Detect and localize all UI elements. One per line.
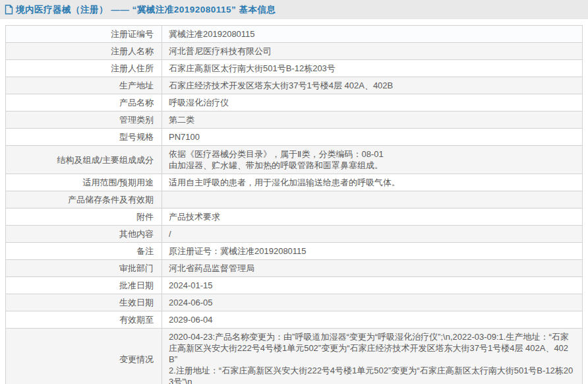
row-label-text: 注册人住所 bbox=[111, 63, 154, 73]
table-row: 注册人名称河北普尼医疗科技有限公司 bbox=[6, 43, 583, 60]
row-value: 2029-06-04 bbox=[162, 311, 583, 329]
row-label-text: 产品名称 bbox=[119, 98, 154, 108]
row-value: 石家庄高新区太行南大街501号B-12栋203号 bbox=[162, 60, 583, 77]
row-label-text: 生产地址 bbox=[119, 80, 154, 90]
row-label-text: 其他内容 bbox=[119, 229, 154, 239]
row-label: 管理类别 bbox=[6, 112, 162, 129]
row-label-text: 审批部门 bbox=[119, 263, 154, 273]
table-row: 结构及组成/主要组成成分依据《医疗器械分类目录》，属于Ⅱ类，分类编码：08-01… bbox=[6, 146, 583, 174]
header-band: 境内医疗器械（注册） —— “冀械注准20192080115” 基本信息 bbox=[0, 0, 588, 19]
row-value bbox=[162, 191, 583, 208]
row-label-text: 注册人名称 bbox=[111, 46, 154, 56]
row-value: 呼吸湿化治疗仪 bbox=[162, 94, 583, 112]
row-label: 其他内容 bbox=[6, 226, 162, 243]
table-row: 适用范围/预期用途适用自主呼吸的患者，用于湿化加温输送给患者的呼吸气体。 bbox=[6, 174, 583, 191]
table-row: 生效日期2024-06-05 bbox=[6, 294, 583, 311]
row-label: 产品储存条件及有效期 bbox=[6, 191, 162, 208]
table-row: 有效期至2029-06-04 bbox=[6, 311, 583, 329]
row-label-text: 变更情况 bbox=[119, 354, 154, 364]
row-label-text: 备注 bbox=[136, 246, 154, 256]
row-label-text: 附件 bbox=[136, 212, 154, 222]
table-row: 注册证编号冀械注准20192080115 bbox=[6, 26, 583, 43]
row-label: 产品名称 bbox=[6, 94, 162, 112]
row-label-text: 管理类别 bbox=[119, 115, 154, 125]
row-value: 依据《医疗器械分类目录》，属于Ⅱ类，分类编码：08-01 由加湿器、贮水罐、带加… bbox=[162, 146, 583, 174]
table-row: 管理类别第二类 bbox=[6, 112, 583, 129]
row-label-text: 批准日期 bbox=[119, 280, 154, 290]
document-icon bbox=[5, 5, 13, 15]
table-row: 附件产品技术要求 bbox=[6, 208, 583, 226]
row-label-text: 产品储存条件及有效期 bbox=[68, 195, 154, 205]
table-row: 生产地址石家庄经济技术开发区塔东大街37号1号楼4层 402A、402B bbox=[6, 77, 583, 94]
table-row: 审批部门河北省药品监督管理局 bbox=[6, 260, 583, 277]
row-label-text: 结构及组成/主要组成成分 bbox=[57, 155, 154, 165]
table-row: 产品储存条件及有效期 bbox=[6, 191, 583, 208]
row-label-text: 生效日期 bbox=[119, 298, 154, 307]
table-row: 变更情况2020-04-23:产品名称变更为：由”呼吸道加湿器“变更为“呼吸湿化… bbox=[6, 329, 583, 384]
row-label: 审批部门 bbox=[6, 260, 162, 277]
table-row: 产品名称呼吸湿化治疗仪 bbox=[6, 94, 583, 112]
row-label: 附件 bbox=[6, 208, 162, 226]
row-label: 注册证编号 bbox=[6, 26, 162, 43]
row-value: / bbox=[162, 226, 583, 243]
registration-info-table: 注册证编号冀械注准20192080115注册人名称河北普尼医疗科技有限公司注册人… bbox=[5, 25, 583, 384]
row-label: 变更情况 bbox=[6, 329, 162, 384]
row-label: 结构及组成/主要组成成分 bbox=[6, 146, 162, 174]
row-value: PN7100 bbox=[162, 129, 583, 146]
table-row: 型号规格PN7100 bbox=[6, 129, 583, 146]
row-value: 河北普尼医疗科技有限公司 bbox=[162, 43, 583, 60]
row-value: 2024-06-05 bbox=[162, 294, 583, 311]
row-label: 有效期至 bbox=[6, 311, 162, 329]
table-row: 备注原注册证号：冀械注准20192080115 bbox=[6, 243, 583, 260]
row-label: 适用范围/预期用途 bbox=[6, 174, 162, 191]
row-label-text: 有效期至 bbox=[119, 315, 154, 325]
row-label-text: 注册证编号 bbox=[111, 29, 154, 39]
row-label: 批准日期 bbox=[6, 277, 162, 294]
table-row: 注册人住所石家庄高新区太行南大街501号B-12栋203号 bbox=[6, 60, 583, 77]
table-row: 批准日期2024-01-15 bbox=[6, 277, 583, 294]
row-label: 生效日期 bbox=[6, 294, 162, 311]
row-value: 原注册证号：冀械注准20192080115 bbox=[162, 243, 583, 260]
row-value: 2020-04-23:产品名称变更为：由”呼吸道加湿器“变更为“呼吸湿化治疗仪”… bbox=[162, 329, 583, 384]
row-label: 型号规格 bbox=[6, 129, 162, 146]
table-row: 其他内容/ bbox=[6, 226, 583, 243]
row-value: 冀械注准20192080115 bbox=[162, 26, 583, 43]
page-title: 境内医疗器械（注册） —— “冀械注准20192080115” 基本信息 bbox=[16, 4, 276, 16]
row-label: 备注 bbox=[6, 243, 162, 260]
row-value: 第二类 bbox=[162, 112, 583, 129]
row-label-text: 型号规格 bbox=[119, 132, 154, 142]
row-value: 适用自主呼吸的患者，用于湿化加温输送给患者的呼吸气体。 bbox=[162, 174, 583, 191]
row-label: 注册人住所 bbox=[6, 60, 162, 77]
row-value: 2024-01-15 bbox=[162, 277, 583, 294]
row-label: 生产地址 bbox=[6, 77, 162, 94]
row-label: 注册人名称 bbox=[6, 43, 162, 60]
row-value: 产品技术要求 bbox=[162, 208, 583, 226]
row-value: 石家庄经济技术开发区塔东大街37号1号楼4层 402A、402B bbox=[162, 77, 583, 94]
row-label-text: 适用范围/预期用途 bbox=[82, 177, 154, 187]
row-value: 河北省药品监督管理局 bbox=[162, 260, 583, 277]
